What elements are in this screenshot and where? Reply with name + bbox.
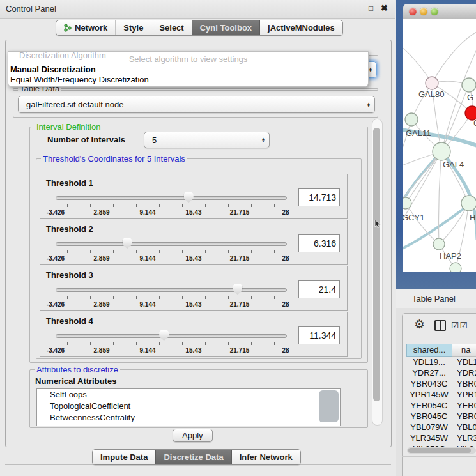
- network-node[interactable]: [433, 142, 450, 160]
- slider-major-tick: [194, 250, 194, 254]
- threshold-2-slider[interactable]: -3.4262.8599.14415.4321.71528: [56, 238, 286, 261]
- cell-name[interactable]: YDL1: [452, 357, 476, 367]
- tab-infer-network[interactable]: Infer Network: [231, 450, 300, 464]
- zoom-window-icon[interactable]: [431, 8, 438, 15]
- cell-shared-name[interactable]: YBR043C: [406, 378, 452, 389]
- threshold-4-value-input[interactable]: [298, 326, 340, 344]
- select-columns-icon[interactable]: ☑☑: [451, 320, 468, 330]
- slider-tick-label: 2.859: [93, 301, 109, 308]
- slider-thumb[interactable]: [184, 192, 194, 203]
- table-row[interactable]: YDR27...YDR2: [406, 367, 476, 378]
- slider-track[interactable]: [56, 242, 287, 246]
- list-item[interactable]: BetweennessCentrality: [37, 412, 340, 424]
- threshold-3-value-input[interactable]: [298, 280, 340, 298]
- slider-track[interactable]: [56, 196, 287, 200]
- cell-shared-name[interactable]: YDR27...: [406, 367, 452, 378]
- combo-arrows-icon: ▲▼: [363, 102, 374, 107]
- tab-jactivemnodules[interactable]: jActiveMNodules: [259, 20, 342, 35]
- network-canvas[interactable]: GAL80GCGAL11GAL4GCY1HHAP2: [403, 19, 476, 272]
- cell-shared-name[interactable]: YER054C: [406, 400, 452, 411]
- tab-select[interactable]: Select: [151, 20, 191, 35]
- cell-shared-name[interactable]: YLR345W: [406, 433, 452, 443]
- table-row[interactable]: YLR345WYLR3: [406, 433, 476, 443]
- network-edge[interactable]: [406, 151, 441, 203]
- slider-minor-ticks: [56, 204, 286, 207]
- minimize-window-icon[interactable]: [420, 8, 427, 15]
- cell-name[interactable]: YLR3: [452, 433, 476, 443]
- split-columns-icon[interactable]: [434, 320, 446, 331]
- slider-tick-label: 21.715: [230, 209, 250, 216]
- network-node[interactable]: [426, 77, 438, 89]
- column-header-name[interactable]: na: [452, 344, 476, 357]
- combo-arrows-icon: ▲▼: [257, 137, 269, 142]
- num-intervals-combobox[interactable]: 5 ▲▼: [144, 132, 270, 148]
- tab-cyni-toolbox[interactable]: Cyni Toolbox: [192, 20, 259, 35]
- numerical-attributes-list[interactable]: SelfLoops TopologicalCoefficient Between…: [36, 388, 341, 426]
- threshold-4-slider[interactable]: -3.4262.8599.14415.4321.71528: [56, 330, 286, 353]
- network-node-label: HAP2: [440, 251, 461, 261]
- algorithm-group-title: Discretization Algorithm: [19, 50, 106, 60]
- network-node[interactable]: [433, 238, 445, 250]
- threshold-3-slider[interactable]: -3.4262.8599.14415.4321.71528: [56, 284, 286, 307]
- tab-discretize-data[interactable]: Discretize Data: [155, 450, 231, 464]
- slider-thumb[interactable]: [159, 330, 169, 341]
- network-window-titlebar[interactable]: [403, 4, 476, 20]
- slider-tick-label: 28: [282, 347, 289, 354]
- table-data-combobox[interactable]: galFiltered.sif default node ▲▼: [18, 96, 375, 113]
- tab-style[interactable]: Style: [115, 20, 151, 35]
- column-header-shared-name[interactable]: shared...: [406, 344, 452, 357]
- attributes-group-title: Attributes to discretize: [35, 365, 120, 374]
- list-item[interactable]: TopologicalCoefficient: [37, 401, 340, 412]
- cell-name[interactable]: YPR1: [452, 389, 476, 400]
- table-row[interactable]: YDL19...YDL1: [406, 357, 476, 367]
- network-node[interactable]: [405, 113, 418, 126]
- panel-scrollbar-thumb[interactable]: [373, 128, 380, 401]
- close-panel-icon[interactable]: ✖: [381, 3, 388, 13]
- cell-name[interactable]: YBR0: [452, 378, 476, 389]
- cell-name[interactable]: YBL0: [452, 422, 476, 433]
- network-node[interactable]: [461, 196, 476, 211]
- threshold-1-value-input[interactable]: [298, 188, 340, 206]
- threshold-1-slider[interactable]: -3.4262.8599.14415.4321.71528: [56, 192, 286, 215]
- table-row[interactable]: YER054CYER0: [406, 400, 476, 411]
- table-row[interactable]: YBR043CYBR0: [406, 378, 476, 389]
- slider-thumb[interactable]: [233, 284, 242, 295]
- slider-thumb[interactable]: [123, 238, 132, 249]
- apply-button[interactable]: Apply: [173, 429, 213, 442]
- close-window-icon[interactable]: [409, 8, 417, 15]
- cell-shared-name[interactable]: YPR145W: [406, 389, 452, 400]
- control-panel-titlebar: [0, 0, 395, 19]
- cell-name[interactable]: YBR0: [452, 411, 476, 422]
- dropdown-option-equal-width[interactable]: Equal Width/Frequency Discretization: [10, 75, 149, 84]
- cell-shared-name[interactable]: YDL19...: [406, 357, 452, 367]
- network-node[interactable]: [403, 197, 411, 209]
- slider-track[interactable]: [56, 334, 287, 338]
- cell-shared-name[interactable]: YBL079W: [406, 422, 452, 433]
- list-item[interactable]: SelfLoops: [37, 389, 340, 401]
- network-edge[interactable]: [403, 38, 432, 83]
- cell-shared-name[interactable]: YBR045C: [406, 411, 452, 422]
- slider-track[interactable]: [56, 288, 287, 292]
- tab-impute-data[interactable]: Impute Data: [93, 450, 155, 464]
- cell-name[interactable]: YER0: [452, 400, 476, 411]
- table-hscrollbar-thumb[interactable]: [408, 448, 471, 453]
- dropdown-option-manual[interactable]: Manual Discretization: [10, 65, 96, 74]
- slider-major-tick: [56, 296, 56, 300]
- network-node[interactable]: [450, 263, 461, 272]
- network-edge[interactable]: [432, 29, 476, 83]
- table-row[interactable]: YBR045CYBR0: [406, 411, 476, 422]
- threshold-2-value-input[interactable]: [298, 234, 340, 252]
- list-scrollbar[interactable]: [319, 390, 339, 422]
- cell-name[interactable]: YDR2: [452, 367, 476, 378]
- slider-tick-label: 21.715: [230, 301, 250, 308]
- gear-icon[interactable]: ⚙: [414, 317, 425, 332]
- thresholds-group-title: Threshold's Coordinates for 5 Intervals: [41, 154, 187, 164]
- network-edge[interactable]: [439, 151, 442, 244]
- slider-major-tick: [240, 204, 240, 208]
- tab-network[interactable]: Network: [56, 20, 115, 35]
- tab-network-label: Network: [75, 23, 107, 33]
- network-node[interactable]: [462, 78, 476, 92]
- table-row[interactable]: YBL079WYBL0: [406, 422, 476, 433]
- table-row[interactable]: YPR145WYPR1: [406, 389, 476, 400]
- slider-tick-label: -3.426: [47, 255, 65, 262]
